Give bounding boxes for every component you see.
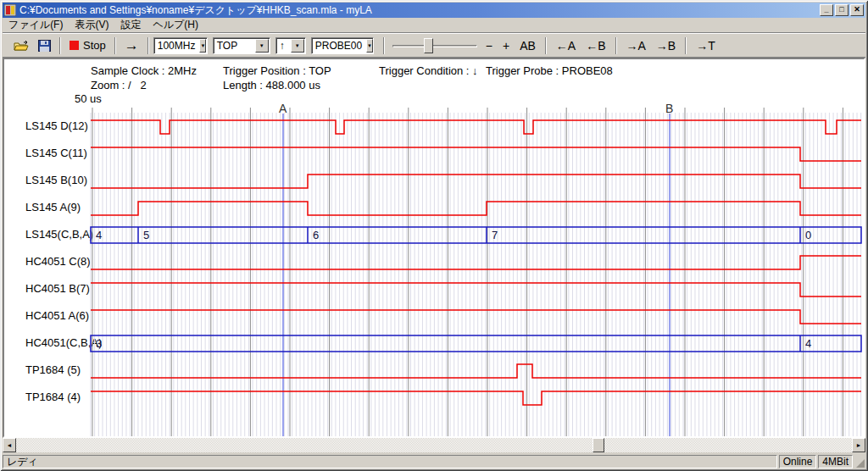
bus-value: 4: [96, 229, 102, 241]
scroll-right-icon[interactable]: ►: [852, 438, 865, 452]
scrollbar-thumb[interactable]: [593, 438, 604, 452]
toolbar-separator: [685, 37, 687, 54]
bus-value: 3: [96, 337, 102, 350]
close-button-icon[interactable]: ✕: [850, 4, 864, 16]
signal-trace: [91, 147, 861, 161]
bus-trace: 45670: [91, 227, 861, 243]
app-icon: [4, 4, 16, 16]
bus-trace: 34: [91, 335, 861, 352]
zoom-in-button[interactable]: +: [498, 39, 515, 53]
menu-help[interactable]: ヘルプ(H): [147, 16, 204, 34]
trigger-probe-select[interactable]: PROBE00 ▼: [311, 37, 374, 54]
trigger-edge-select[interactable]: ↑ ▼: [275, 37, 306, 54]
cursor-b-label[interactable]: B: [665, 102, 673, 115]
signal-trace: [91, 391, 861, 405]
goto-cursor-b-right-button[interactable]: →B: [651, 39, 681, 53]
bus-value: 0: [805, 229, 811, 241]
online-status-badge: Online: [779, 455, 817, 468]
zoom-slider-track: [392, 45, 477, 47]
sample-clock-select[interactable]: 100MHz ▼: [153, 37, 208, 54]
scrollbar-track[interactable]: [16, 438, 852, 452]
zoom-out-button[interactable]: −: [481, 39, 498, 53]
toolbar-separator: [383, 37, 385, 54]
chevron-down-icon[interactable]: ▼: [291, 39, 304, 53]
waveform-plot[interactable]: AB4567034: [4, 59, 864, 436]
toolbar-separator: [615, 37, 617, 54]
save-button[interactable]: [34, 36, 55, 56]
chevron-down-icon[interactable]: ▼: [255, 39, 269, 53]
stop-icon: [70, 41, 79, 50]
zoom-slider[interactable]: [392, 36, 477, 55]
stop-label: Stop: [83, 39, 106, 52]
trigger-probe-value: PROBE00: [312, 40, 365, 52]
trigger-position-value: TOP: [214, 40, 254, 52]
signal-trace: [91, 202, 861, 215]
status-message: レディ: [3, 455, 777, 468]
zoom-slider-handle[interactable]: [424, 38, 433, 53]
signal-trace: [91, 364, 861, 378]
bus-frame: [91, 227, 861, 243]
signal-trace: [91, 310, 861, 324]
goto-cursor-b-left-button[interactable]: ←B: [581, 39, 610, 53]
goto-cursor-a-right-button[interactable]: →A: [621, 39, 651, 53]
grid: [91, 108, 861, 436]
stop-button[interactable]: Stop: [65, 36, 110, 56]
memory-size-badge: 4MBit: [818, 455, 853, 468]
signal-trace: [91, 256, 861, 269]
trigger-position-select[interactable]: TOP ▼: [213, 37, 270, 54]
open-folder-icon: [14, 40, 30, 52]
save-floppy-icon: [38, 40, 51, 52]
scroll-left-icon[interactable]: ◄: [3, 438, 16, 452]
chevron-down-icon[interactable]: ▼: [199, 39, 206, 53]
minimize-button-icon[interactable]: _: [820, 4, 833, 16]
bus-value: 7: [492, 229, 498, 241]
waveform-view[interactable]: Sample Clock : 2MHz Trigger Position : T…: [3, 58, 865, 438]
app-window: C:¥Documents and Settings¥noname¥デスクトップ¥…: [0, 0, 868, 471]
maximize-button-icon[interactable]: □: [835, 4, 849, 16]
open-file-button[interactable]: [9, 36, 34, 56]
bus-value: 6: [313, 229, 319, 241]
goto-trigger-button[interactable]: →T: [691, 39, 721, 53]
horizontal-scrollbar[interactable]: ◄ ►: [3, 438, 865, 452]
menu-settings[interactable]: 設定: [114, 16, 147, 34]
bus-value: 4: [805, 337, 811, 350]
sample-clock-value: 100MHz: [154, 40, 199, 52]
bus-frame: [91, 335, 861, 352]
toolbar-separator: [545, 37, 547, 54]
run-button[interactable]: →: [120, 36, 143, 56]
resize-grip[interactable]: [854, 455, 865, 468]
toolbar-separator: [147, 37, 149, 54]
window-title: C:¥Documents and Settings¥noname¥デスクトップ¥…: [19, 3, 820, 18]
toolbar-separator: [59, 37, 61, 54]
signal-trace: [91, 283, 861, 296]
signal-trace: [91, 175, 861, 188]
status-bar: レディ Online 4MBit: [3, 453, 865, 468]
bus-value: 5: [143, 229, 149, 241]
chevron-down-icon[interactable]: ▼: [366, 39, 373, 53]
menu-view[interactable]: 表示(V): [69, 16, 114, 34]
menu-file[interactable]: ファイル(F): [3, 16, 69, 34]
menu-bar: ファイル(F) 表示(V) 設定 ヘルプ(H): [3, 18, 865, 33]
ab-range-button[interactable]: AB: [515, 39, 541, 53]
cursor-a-label[interactable]: A: [279, 102, 287, 115]
toolbar: Stop → 100MHz ▼ TOP ▼ ↑ ▼ PROBE00 ▼ − + …: [3, 34, 865, 58]
signal-trace: [91, 120, 861, 134]
trigger-edge-value: ↑: [276, 40, 290, 52]
toolbar-separator: [114, 37, 116, 54]
goto-cursor-a-left-button[interactable]: ←A: [551, 39, 581, 53]
